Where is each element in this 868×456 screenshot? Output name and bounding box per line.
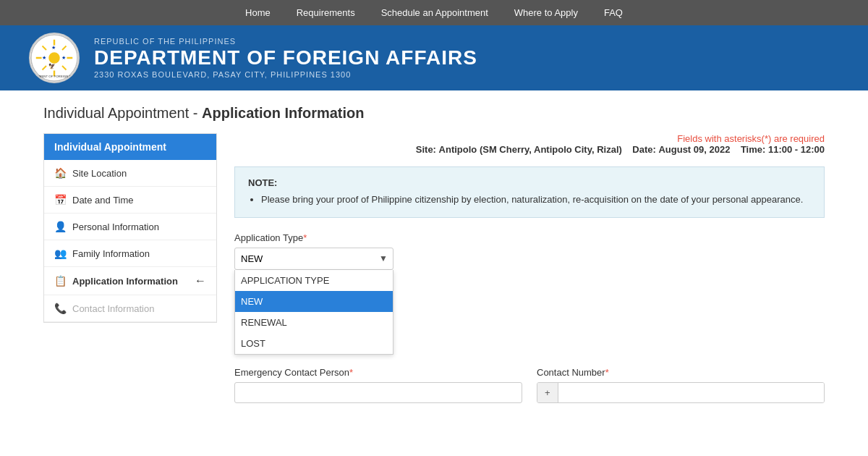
app-type-select[interactable]: APPLICATION TYPE NEW RENEWAL LOST xyxy=(234,248,393,270)
person-icon: 👤 xyxy=(54,221,67,232)
group-icon: 👥 xyxy=(54,248,67,259)
sidebar-header: Individual Appointment xyxy=(44,134,216,160)
file-icon: 📋 xyxy=(54,275,67,287)
main-content: Fields with asterisks(*) are required Si… xyxy=(234,133,825,403)
app-type-label: Application Type* xyxy=(234,232,825,243)
header-banner: ★ ★ ★ 🦅 DEPARTMENT OF FOREIGN AFFAIRS RE… xyxy=(0,25,868,90)
svg-text:★: ★ xyxy=(42,55,46,60)
nav-faq[interactable]: FAQ xyxy=(591,0,636,25)
sidebar: Individual Appointment 🏠 Site Location 📅… xyxy=(43,133,217,323)
site-label: Site: xyxy=(416,144,436,155)
arrow-icon: ← xyxy=(195,274,206,287)
nav-home[interactable]: Home xyxy=(232,0,284,25)
sidebar-label-family-info: Family Information xyxy=(72,248,150,259)
svg-text:★: ★ xyxy=(61,55,66,60)
page-content: Individual Appointment - Application Inf… xyxy=(22,90,846,418)
contact-req: * xyxy=(605,367,609,378)
header-address: 2330 ROXAS BOULEVARD, PASAY CITY, PHILIP… xyxy=(94,70,477,79)
calendar-icon: 📅 xyxy=(54,194,67,206)
svg-point-1 xyxy=(48,52,60,64)
contact-prefix: + xyxy=(537,383,558,402)
dropdown-option-type[interactable]: APPLICATION TYPE xyxy=(235,270,393,291)
page-title: Individual Appointment - Application Inf… xyxy=(43,105,825,122)
header-department: DEPARTMENT OF FOREIGN AFFAIRS xyxy=(94,46,477,70)
time-label: Time: xyxy=(741,144,765,155)
date-label: Date: xyxy=(632,144,656,155)
note-list: Please bring your proof of Philippine ci… xyxy=(248,193,811,207)
required-note: Fields with asterisks(*) are required xyxy=(234,133,825,144)
main-layout: Individual Appointment 🏠 Site Location 📅… xyxy=(43,133,825,403)
sidebar-item-app-info[interactable]: 📋 Application Information ← xyxy=(44,267,216,295)
header-republic: REPUBLIC OF THE PHILIPPINES xyxy=(94,37,477,46)
site-value: Antipolo (SM Cherry, Antipolo City, Riza… xyxy=(439,144,622,155)
svg-text:★: ★ xyxy=(51,45,56,50)
sidebar-label-personal-info: Personal Information xyxy=(72,221,159,232)
emergency-req: * xyxy=(349,367,353,378)
contact-input[interactable] xyxy=(558,383,824,402)
svg-text:🦅: 🦅 xyxy=(48,62,56,69)
sidebar-label-contact-info: Contact Information xyxy=(72,303,154,314)
sidebar-label-app-info: Application Information xyxy=(72,276,178,287)
nav-requirements[interactable]: Requirements xyxy=(284,0,368,25)
sidebar-item-date-time[interactable]: 📅 Date and Time xyxy=(44,187,216,214)
top-navigation: Home Requirements Schedule an Appointmen… xyxy=(0,0,868,25)
app-type-group: Application Type* APPLICATION TYPE NEW R… xyxy=(234,232,825,270)
contact-col: Contact Number* + xyxy=(537,367,825,403)
emergency-label: Emergency Contact Person* xyxy=(234,367,522,378)
dropdown-option-renewal[interactable]: RENEWAL xyxy=(235,312,393,333)
emergency-input[interactable] xyxy=(234,382,522,403)
dfa-logo: ★ ★ ★ 🦅 DEPARTMENT OF FOREIGN AFFAIRS xyxy=(29,33,80,83)
note-item-0: Please bring your proof of Philippine ci… xyxy=(261,193,811,207)
svg-text:DEPARTMENT OF FOREIGN AFFAIRS: DEPARTMENT OF FOREIGN AFFAIRS xyxy=(30,75,78,78)
home-icon: 🏠 xyxy=(54,167,67,179)
sidebar-item-family-info[interactable]: 👥 Family Information xyxy=(44,240,216,267)
contact-input-wrapper: + xyxy=(537,382,825,403)
info-bar: Fields with asterisks(*) are required Si… xyxy=(234,133,825,155)
sidebar-item-personal-info[interactable]: 👤 Personal Information xyxy=(44,214,216,240)
app-type-select-wrapper: APPLICATION TYPE NEW RENEWAL LOST ▼ APPL… xyxy=(234,248,393,270)
app-type-req: * xyxy=(303,232,307,243)
site-info: Site: Antipolo (SM Cherry, Antipolo City… xyxy=(234,144,825,155)
contact-number-label: Contact Number* xyxy=(537,367,825,378)
note-box: NOTE: Please bring your proof of Philipp… xyxy=(234,166,825,218)
nav-schedule[interactable]: Schedule an Appointment xyxy=(368,0,501,25)
dropdown-open: APPLICATION TYPE NEW RENEWAL LOST xyxy=(234,270,393,355)
sidebar-item-contact-info: 📞 Contact Information xyxy=(44,295,216,322)
time-value: 11:00 - 12:00 xyxy=(768,144,825,155)
dropdown-option-lost[interactable]: LOST xyxy=(235,333,393,354)
dropdown-option-new[interactable]: NEW xyxy=(235,291,393,312)
sidebar-label-date-time: Date and Time xyxy=(72,195,134,206)
header-text-block: REPUBLIC OF THE PHILIPPINES DEPARTMENT O… xyxy=(94,37,477,79)
sidebar-item-site-location[interactable]: 🏠 Site Location xyxy=(44,160,216,187)
note-title: NOTE: xyxy=(248,177,811,188)
sidebar-label-site-location: Site Location xyxy=(72,168,127,179)
phone-icon: 📞 xyxy=(54,303,67,314)
date-value: August 09, 2022 xyxy=(658,144,730,155)
nav-where-to-apply[interactable]: Where to Apply xyxy=(501,0,591,25)
emergency-col: Emergency Contact Person* xyxy=(234,367,522,403)
emergency-row: Emergency Contact Person* Contact Number… xyxy=(234,367,825,403)
